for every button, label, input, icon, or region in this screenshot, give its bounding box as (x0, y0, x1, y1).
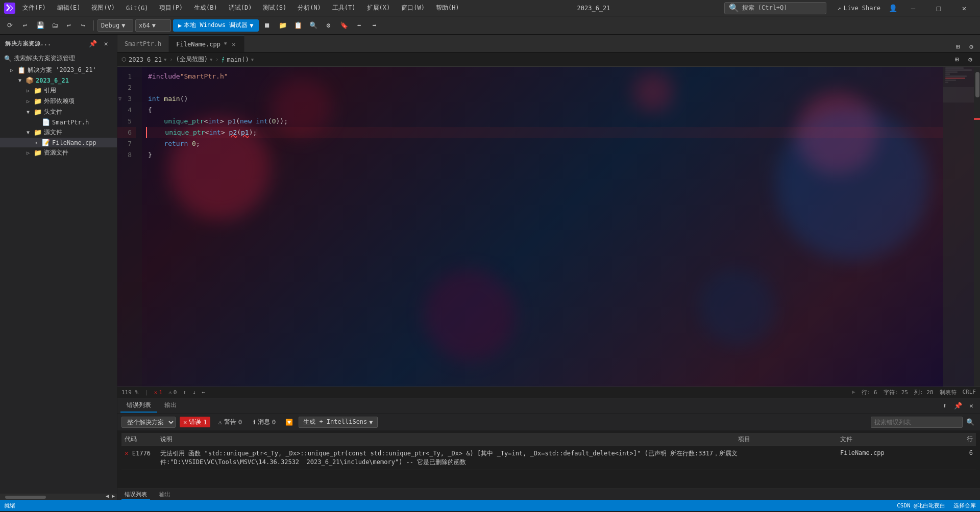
search-error-input[interactable] (871, 417, 963, 428)
sidebar-scrollbar[interactable]: ◀ ▶ (0, 494, 117, 500)
search-bar[interactable]: 🔍 搜索 (Ctrl+Q) (724, 2, 826, 14)
close-button[interactable]: ✕ (952, 0, 976, 16)
toolbar-extra-8[interactable]: ➡ (368, 19, 381, 32)
tab-output[interactable]: 输出 (158, 399, 183, 413)
search-placeholder: 搜索 (Ctrl+Q) (742, 4, 788, 12)
breadcrumb-project[interactable]: ⬡ 2023_6_21 ▼ (121, 56, 166, 63)
toolbar-btn-1[interactable]: ⟳ (3, 19, 16, 32)
menu-test[interactable]: 测试(S) (259, 3, 290, 13)
error-status[interactable]: ✕ 1 (154, 389, 162, 396)
tab-new-vert-btn[interactable]: ⊞ (952, 41, 964, 52)
run-label: 本地 Windows 调试器 (184, 21, 248, 30)
tree-item-smartptr-h[interactable]: 📄 SmartPtr.h (0, 117, 117, 127)
tree-item-sources[interactable]: ▼ 📁 源文件 (0, 127, 117, 138)
menu-help[interactable]: 帮助(H) (432, 3, 463, 13)
minimap[interactable] (943, 67, 974, 387)
redo-btn[interactable]: ↪ (77, 19, 90, 32)
save-btn[interactable]: 💾 (34, 19, 47, 32)
panel-arrow-up[interactable]: ⬆ (939, 400, 950, 412)
breadcrumb-function[interactable]: ⨍ main() ▼ (222, 56, 254, 63)
bottom-panel: 错误列表 输出 ⬆ 📌 ✕ 整个解决方案 ✕ 错误 1 (117, 398, 980, 500)
breadcrumb-fn-dropdown[interactable]: ▼ (251, 57, 254, 62)
toolbar-extra-6[interactable]: 🔖 (337, 19, 351, 32)
semi-7: ; (196, 138, 200, 149)
tree-item-external[interactable]: ▷ 📁 外部依赖项 (0, 96, 117, 107)
menu-build[interactable]: 生成(B) (190, 3, 222, 13)
status-right: ▶ 行: 6 字符: 25 列: 28 制表符 CRLF (852, 389, 976, 396)
error-badge[interactable]: ✕ 错误 1 (180, 417, 210, 427)
filter-icon[interactable]: 🔽 (283, 417, 295, 428)
arch-dropdown[interactable]: x64 ▼ (135, 19, 171, 32)
menu-git[interactable]: Git(G) (122, 4, 152, 13)
tab-smartptr-h[interactable]: SmartPtr.h (117, 36, 169, 52)
menu-view[interactable]: 视图(V) (87, 3, 119, 13)
editor-settings-btn[interactable]: ⚙ (965, 54, 976, 65)
info-badge[interactable]: ℹ 消息 0 (250, 417, 279, 427)
tab-close-btn[interactable]: ✕ (230, 40, 237, 48)
tree-item-solution[interactable]: ▷ 📋 解决方案 '2023_6_21' (0, 65, 117, 75)
sp-5 (188, 138, 192, 149)
breadcrumb-dropdown-icon[interactable]: ▼ (164, 57, 166, 62)
live-share-button[interactable]: ↗ Live Share (834, 4, 885, 13)
minimize-button[interactable]: — (901, 0, 925, 16)
sidebar-search[interactable]: 🔍 搜索解决方案资源管理 (0, 52, 117, 65)
search-error-icon[interactable]: 🔍 (965, 417, 976, 428)
menu-analyze[interactable]: 分析(N) (293, 3, 325, 13)
editor-content[interactable]: 1 2 ▽ 3 4 5 6 7 8 (117, 67, 980, 387)
eol-status: CRLF (963, 389, 976, 396)
toolbar-extra-3[interactable]: 📋 (291, 19, 305, 32)
menu-file[interactable]: 文件(F) (18, 3, 50, 13)
panel-close-btn[interactable]: ✕ (966, 400, 977, 412)
menu-edit[interactable]: 编辑(E) (53, 3, 85, 13)
tree-item-project[interactable]: ▼ 📦 2023_6_21 (0, 75, 117, 85)
breadcrumb-scope-dropdown[interactable]: ▼ (210, 57, 212, 62)
save-all-btn[interactable]: 🗂 (48, 19, 61, 32)
toolbar-extra-5[interactable]: ⚙ (322, 19, 335, 32)
tree-item-headers[interactable]: ▼ 📁 头文件 (0, 107, 117, 117)
debug-config-label: Debug (101, 22, 119, 29)
breadcrumb-scope[interactable]: (全局范围) ▼ (176, 55, 212, 64)
tab-settings-btn[interactable]: ⚙ (966, 41, 977, 52)
tab-error-list[interactable]: 错误列表 (120, 399, 157, 413)
tree-item-references[interactable]: ▷ 📁 引用 (0, 85, 117, 96)
toolbar-extra-7[interactable]: ⬅ (353, 19, 366, 32)
action-label[interactable]: 选择合库 (953, 502, 976, 509)
table-row[interactable]: ✕ E1776 无法引用 函数 "std::unique_ptr<_Ty, _D… (121, 446, 976, 470)
sidebar-pin-btn[interactable]: 📌 (87, 38, 99, 49)
toolbar-extra-2[interactable]: 📁 (276, 19, 289, 32)
panel-pin-btn[interactable]: 📌 (952, 400, 964, 412)
menu-debug[interactable]: 调试(D) (225, 3, 256, 13)
menu-project[interactable]: 项目(P) (155, 3, 187, 13)
build-intellisense-btn[interactable]: 生成 + IntelliSens ▼ (299, 417, 377, 428)
warning-badge[interactable]: ⚠ 警告 0 (214, 417, 245, 427)
code-lines[interactable]: #include"SmartPtr.h" int main () (142, 67, 943, 387)
up-arrow[interactable]: ↑ (183, 389, 186, 396)
collapse-icon[interactable]: ▽ (118, 93, 121, 105)
menu-extensions[interactable]: 扩展(X) (363, 3, 395, 13)
editor-scrollbar-right[interactable] (974, 67, 980, 387)
toolbar-extra-1[interactable]: ⏹ (261, 19, 274, 32)
error-scope-dropdown[interactable]: 整个解决方案 (121, 417, 176, 428)
toolbar-extra-4[interactable]: 🔍 (307, 19, 320, 32)
tree-item-resources[interactable]: ▷ 📁 资源文件 (0, 147, 117, 158)
split-editor-btn[interactable]: ⊞ (951, 54, 963, 65)
undo-btn[interactable]: ↩ (62, 19, 76, 32)
arch-label: x64 (139, 22, 150, 29)
live-share-icon: ↗ (838, 5, 841, 12)
maximize-button[interactable]: □ (927, 0, 950, 16)
zoom-level[interactable]: 119 % (121, 389, 138, 396)
menu-window[interactable]: 窗口(W) (397, 3, 429, 13)
sidebar-close-btn[interactable]: ✕ (101, 38, 112, 49)
left-arrow[interactable]: ← (202, 389, 206, 396)
tab-filename-cpp[interactable]: FileName.cpp * ✕ (169, 36, 244, 52)
warning-status[interactable]: ⚠ 0 (168, 389, 177, 396)
run-debugger-button[interactable]: ▶ 本地 Windows 调试器 ▼ (173, 19, 259, 32)
down-arrow[interactable]: ↓ (192, 389, 196, 396)
tree-item-filename-cpp[interactable]: ✦ 📝 FileName.cpp (0, 138, 117, 147)
debug-config-dropdown[interactable]: Debug ▼ (97, 19, 133, 32)
bottom-tab-errorlist[interactable]: 错误列表 (121, 490, 150, 500)
bottom-tab-output[interactable]: 输出 (156, 490, 174, 499)
user-icon[interactable]: 👤 (889, 4, 897, 12)
toolbar-btn-2[interactable]: ↩ (18, 19, 32, 32)
menu-tools[interactable]: 工具(T) (328, 3, 360, 13)
